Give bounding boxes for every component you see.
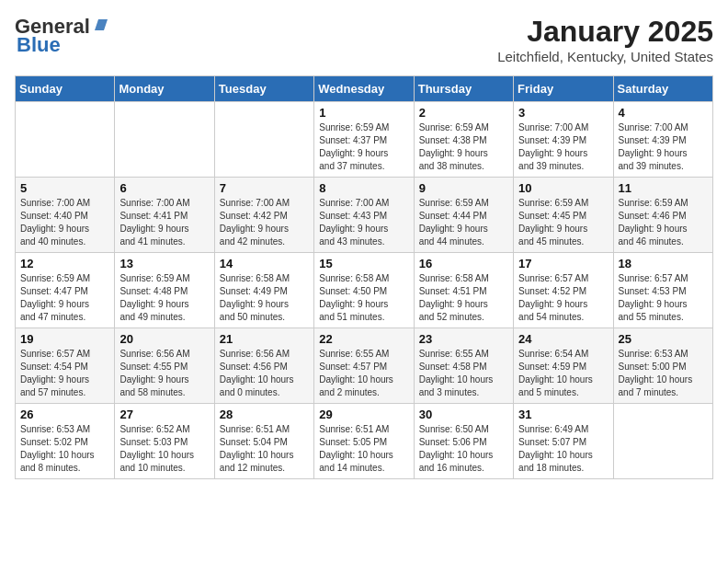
calendar-cell: 13Sunrise: 6:59 AM Sunset: 4:48 PM Dayli… (115, 253, 214, 328)
day-info: Sunrise: 6:56 AM Sunset: 4:55 PM Dayligh… (119, 348, 209, 399)
calendar-cell: 25Sunrise: 6:53 AM Sunset: 5:00 PM Dayli… (613, 328, 712, 404)
calendar-week-row: 1Sunrise: 6:59 AM Sunset: 4:37 PM Daylig… (16, 102, 713, 178)
day-number: 15 (319, 257, 408, 270)
calendar-cell (214, 102, 313, 178)
day-number: 26 (20, 408, 109, 421)
day-number: 4 (619, 106, 708, 120)
calendar-cell (613, 404, 712, 479)
calendar-cell: 16Sunrise: 6:58 AM Sunset: 4:51 PM Dayli… (414, 253, 513, 328)
calendar-cell (16, 102, 115, 178)
calendar-cell: 17Sunrise: 6:57 AM Sunset: 4:52 PM Dayli… (514, 253, 613, 328)
day-info: Sunrise: 6:52 AM Sunset: 5:03 PM Dayligh… (119, 423, 209, 475)
day-info: Sunrise: 6:59 AM Sunset: 4:45 PM Dayligh… (518, 197, 608, 248)
day-number: 13 (119, 257, 209, 270)
calendar-cell: 4Sunrise: 7:00 AM Sunset: 4:39 PM Daylig… (613, 102, 712, 178)
calendar-week-row: 12Sunrise: 6:59 AM Sunset: 4:47 PM Dayli… (16, 253, 713, 328)
day-number: 25 (619, 332, 708, 346)
calendar-header-row: SundayMondayTuesdayWednesdayThursdayFrid… (16, 76, 713, 102)
day-number: 10 (518, 181, 608, 195)
day-info: Sunrise: 7:00 AM Sunset: 4:39 PM Dayligh… (518, 121, 608, 173)
calendar-cell: 6Sunrise: 7:00 AM Sunset: 4:41 PM Daylig… (115, 178, 214, 253)
calendar-cell: 21Sunrise: 6:56 AM Sunset: 4:56 PM Dayli… (214, 328, 313, 404)
day-info: Sunrise: 6:53 AM Sunset: 5:02 PM Dayligh… (20, 423, 109, 475)
calendar-week-row: 5Sunrise: 7:00 AM Sunset: 4:40 PM Daylig… (16, 178, 713, 253)
day-number: 18 (619, 257, 708, 270)
day-number: 9 (419, 181, 508, 195)
calendar-cell: 9Sunrise: 6:59 AM Sunset: 4:44 PM Daylig… (414, 178, 513, 253)
calendar-cell: 11Sunrise: 6:59 AM Sunset: 4:46 PM Dayli… (613, 178, 712, 253)
calendar-cell: 27Sunrise: 6:52 AM Sunset: 5:03 PM Dayli… (115, 404, 214, 479)
logo-blue-text: Blue (17, 33, 61, 57)
day-info: Sunrise: 6:57 AM Sunset: 4:52 PM Dayligh… (518, 272, 608, 324)
day-info: Sunrise: 6:51 AM Sunset: 5:04 PM Dayligh… (220, 423, 309, 475)
page-header: General Blue January 2025 Leitchfield, K… (15, 15, 713, 64)
day-info: Sunrise: 6:59 AM Sunset: 4:44 PM Dayligh… (419, 197, 508, 248)
day-number: 24 (518, 332, 608, 346)
calendar-cell: 19Sunrise: 6:57 AM Sunset: 4:54 PM Dayli… (16, 328, 115, 404)
day-info: Sunrise: 6:57 AM Sunset: 4:53 PM Dayligh… (619, 272, 708, 324)
location-title: Leitchfield, Kentucky, United States (497, 49, 713, 64)
calendar-cell: 20Sunrise: 6:56 AM Sunset: 4:55 PM Dayli… (115, 328, 214, 404)
calendar-cell: 24Sunrise: 6:54 AM Sunset: 4:59 PM Dayli… (514, 328, 613, 404)
day-number: 11 (619, 181, 708, 195)
weekday-header-monday: Monday (115, 76, 214, 102)
day-number: 21 (220, 332, 309, 346)
day-info: Sunrise: 6:54 AM Sunset: 4:59 PM Dayligh… (518, 348, 608, 399)
calendar-cell: 26Sunrise: 6:53 AM Sunset: 5:02 PM Dayli… (16, 404, 115, 479)
day-info: Sunrise: 7:00 AM Sunset: 4:40 PM Dayligh… (20, 197, 109, 248)
calendar-cell (115, 102, 214, 178)
day-info: Sunrise: 6:59 AM Sunset: 4:47 PM Dayligh… (20, 272, 109, 324)
day-info: Sunrise: 6:55 AM Sunset: 4:57 PM Dayligh… (319, 348, 408, 399)
day-info: Sunrise: 6:59 AM Sunset: 4:37 PM Dayligh… (319, 121, 408, 173)
day-number: 2 (419, 106, 508, 120)
day-info: Sunrise: 7:00 AM Sunset: 4:39 PM Dayligh… (619, 121, 708, 173)
weekday-header-saturday: Saturday (613, 76, 712, 102)
day-info: Sunrise: 6:58 AM Sunset: 4:50 PM Dayligh… (319, 272, 408, 324)
svg-marker-0 (95, 19, 108, 30)
day-number: 12 (20, 257, 109, 270)
day-number: 23 (419, 332, 508, 346)
weekday-header-tuesday: Tuesday (214, 76, 313, 102)
calendar-cell: 29Sunrise: 6:51 AM Sunset: 5:05 PM Dayli… (314, 404, 414, 479)
day-info: Sunrise: 7:00 AM Sunset: 4:41 PM Dayligh… (119, 197, 209, 248)
logo: General Blue (15, 15, 109, 57)
calendar-cell: 10Sunrise: 6:59 AM Sunset: 4:45 PM Dayli… (514, 178, 613, 253)
day-info: Sunrise: 6:58 AM Sunset: 4:49 PM Dayligh… (220, 272, 309, 324)
calendar-cell: 22Sunrise: 6:55 AM Sunset: 4:57 PM Dayli… (314, 328, 414, 404)
calendar-cell: 31Sunrise: 6:49 AM Sunset: 5:07 PM Dayli… (514, 404, 613, 479)
day-info: Sunrise: 7:00 AM Sunset: 4:43 PM Dayligh… (319, 197, 408, 248)
calendar-cell: 12Sunrise: 6:59 AM Sunset: 4:47 PM Dayli… (16, 253, 115, 328)
calendar-cell: 14Sunrise: 6:58 AM Sunset: 4:49 PM Dayli… (214, 253, 313, 328)
title-area: January 2025 Leitchfield, Kentucky, Unit… (497, 15, 713, 64)
day-number: 28 (220, 408, 309, 421)
day-info: Sunrise: 6:50 AM Sunset: 5:06 PM Dayligh… (419, 423, 508, 475)
calendar-cell: 18Sunrise: 6:57 AM Sunset: 4:53 PM Dayli… (613, 253, 712, 328)
calendar-cell: 8Sunrise: 7:00 AM Sunset: 4:43 PM Daylig… (314, 178, 414, 253)
day-number: 30 (419, 408, 508, 421)
weekday-header-friday: Friday (514, 76, 613, 102)
calendar-cell: 15Sunrise: 6:58 AM Sunset: 4:50 PM Dayli… (314, 253, 414, 328)
day-number: 20 (119, 332, 209, 346)
weekday-header-wednesday: Wednesday (314, 76, 414, 102)
day-info: Sunrise: 6:49 AM Sunset: 5:07 PM Dayligh… (518, 423, 608, 475)
calendar-table: SundayMondayTuesdayWednesdayThursdayFrid… (15, 75, 713, 479)
calendar-week-row: 19Sunrise: 6:57 AM Sunset: 4:54 PM Dayli… (16, 328, 713, 404)
day-number: 8 (319, 181, 408, 195)
day-number: 17 (518, 257, 608, 270)
day-info: Sunrise: 6:59 AM Sunset: 4:48 PM Dayligh… (119, 272, 209, 324)
calendar-cell: 2Sunrise: 6:59 AM Sunset: 4:38 PM Daylig… (414, 102, 513, 178)
logo-icon (91, 16, 109, 34)
day-info: Sunrise: 7:00 AM Sunset: 4:42 PM Dayligh… (220, 197, 309, 248)
day-number: 7 (220, 181, 309, 195)
day-info: Sunrise: 6:58 AM Sunset: 4:51 PM Dayligh… (419, 272, 508, 324)
day-number: 14 (220, 257, 309, 270)
day-number: 19 (20, 332, 109, 346)
day-number: 5 (20, 181, 109, 195)
day-number: 16 (419, 257, 508, 270)
day-number: 27 (119, 408, 209, 421)
weekday-header-sunday: Sunday (16, 76, 115, 102)
day-info: Sunrise: 6:57 AM Sunset: 4:54 PM Dayligh… (20, 348, 109, 399)
day-info: Sunrise: 6:56 AM Sunset: 4:56 PM Dayligh… (220, 348, 309, 399)
day-info: Sunrise: 6:59 AM Sunset: 4:46 PM Dayligh… (619, 197, 708, 248)
day-info: Sunrise: 6:59 AM Sunset: 4:38 PM Dayligh… (419, 121, 508, 173)
